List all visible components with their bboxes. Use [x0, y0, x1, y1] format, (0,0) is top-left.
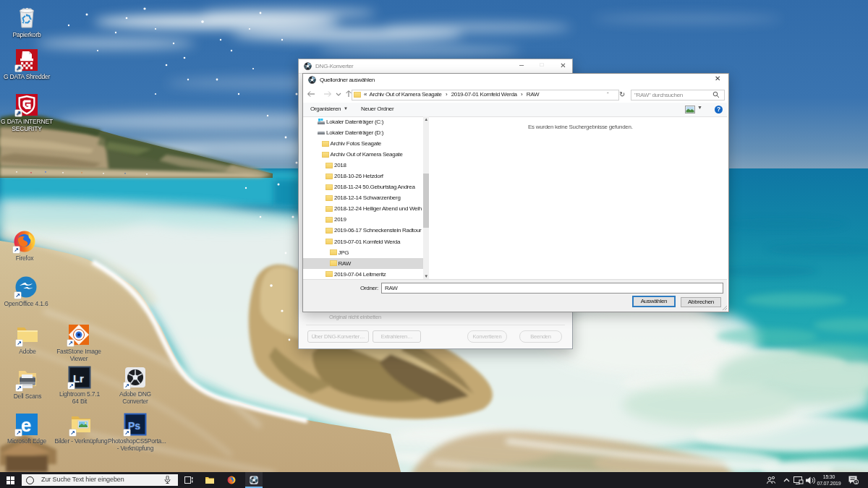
svg-text:Lr: Lr	[73, 372, 84, 385]
svg-text:1: 1	[855, 480, 857, 484]
